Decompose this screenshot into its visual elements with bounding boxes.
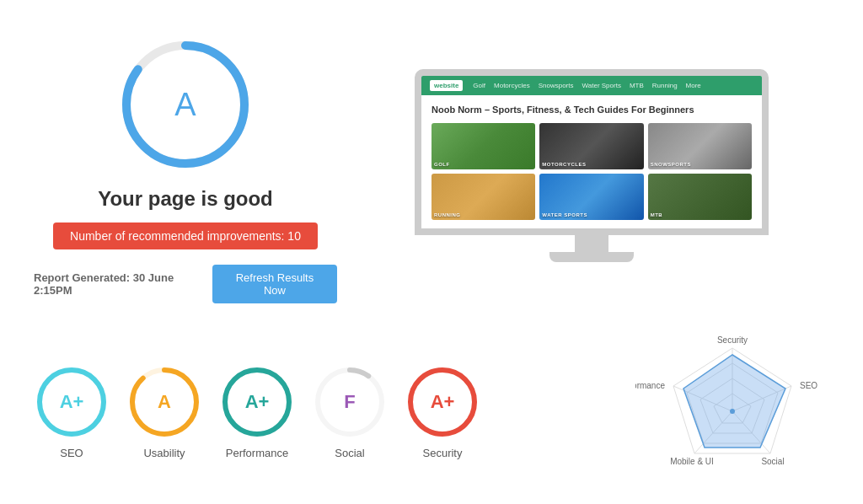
tile-golf: GOLF	[432, 123, 535, 169]
bottom-panel: A+ SEO A Usability A+	[0, 323, 863, 504]
site-title: Noob Norm – Sports, Fitness, & Tech Guid…	[432, 104, 752, 115]
refresh-button[interactable]: Refresh Results Now	[212, 265, 337, 303]
metric-usability: A Usability	[126, 364, 202, 459]
tile-mtb: MTB	[648, 174, 752, 220]
seo-grade: A+	[60, 391, 84, 413]
radar-chart: Security SEO Social Mobile & UI Performa…	[635, 331, 829, 491]
main-grade-letter: A	[174, 86, 196, 122]
metric-circles: A+ SEO A Usability A+	[34, 364, 635, 459]
tile-label-motorcycles: MOTORCYCLES	[542, 162, 586, 167]
image-grid: GOLF MOTORCYCLES SNOWSPORTS RUNNING WATE	[432, 123, 752, 220]
social-label: Social	[335, 447, 364, 459]
metric-social: F Social	[312, 364, 388, 459]
security-label: Security	[423, 447, 463, 459]
nav-logo: website	[430, 80, 463, 91]
nav-links: Golf Motorcycles Snowsports Water Sports…	[473, 82, 700, 89]
nav-link-mtb: MTB	[630, 82, 644, 89]
improvements-badge: Number of recommended improvements: 10	[53, 223, 318, 249]
nav-link-watersports: Water Sports	[582, 82, 621, 89]
usability-grade: A	[158, 391, 171, 413]
metric-performance: A+ Performance	[219, 364, 295, 459]
main-grade-circle: A	[118, 37, 253, 172]
security-circle: A+	[405, 364, 480, 440]
monitor-wrapper: website Golf Motorcycles Snowsports Wate…	[415, 69, 769, 261]
left-panel: A Your page is good Number of recommende…	[34, 17, 337, 314]
social-grade: F	[344, 391, 355, 413]
monitor-screen: website Golf Motorcycles Snowsports Wate…	[415, 69, 769, 234]
nav-link-motorcycles: Motorcycles	[494, 82, 530, 89]
tile-label-running: RUNNING	[434, 212, 461, 217]
tile-label-snowsports: SNOWSPORTS	[651, 162, 691, 167]
svg-marker-21	[683, 355, 785, 448]
seo-label: SEO	[60, 447, 83, 459]
svg-text:Mobile & UI: Mobile & UI	[670, 457, 714, 466]
security-grade: A+	[431, 391, 455, 413]
monitor-body: Noob Norm – Sports, Fitness, & Tech Guid…	[421, 95, 762, 228]
page-status-text: Your page is good	[98, 187, 273, 211]
right-panel: website Golf Motorcycles Snowsports Wate…	[354, 17, 829, 314]
monitor-nav: website Golf Motorcycles Snowsports Wate…	[421, 76, 762, 95]
performance-circle: A+	[219, 364, 295, 440]
metric-seo: A+ SEO	[34, 364, 110, 459]
monitor-base	[549, 252, 634, 262]
svg-text:SEO: SEO	[800, 381, 817, 390]
svg-text:Performance: Performance	[635, 381, 665, 390]
performance-grade: A+	[245, 391, 270, 413]
svg-text:Security: Security	[717, 335, 748, 345]
tile-label-watersports: WATER SPORTS	[542, 212, 587, 217]
social-circle: F	[312, 364, 388, 440]
usability-label: Usability	[143, 447, 185, 459]
tile-motorcycles: MOTORCYCLES	[539, 123, 643, 169]
tile-running: RUNNING	[432, 174, 535, 220]
nav-link-more: More	[686, 82, 701, 89]
nav-link-running: Running	[652, 82, 678, 89]
seo-circle: A+	[34, 364, 110, 440]
nav-link-golf: Golf	[473, 82, 485, 89]
nav-link-snowsports: Snowsports	[539, 82, 574, 89]
tile-label-golf: GOLF	[434, 162, 450, 167]
svg-text:Social: Social	[761, 457, 784, 466]
monitor-stand	[575, 235, 608, 252]
tile-label-mtb: MTB	[651, 212, 663, 217]
report-row: Report Generated: 30 June 2:15PM Refresh…	[34, 265, 337, 303]
performance-label: Performance	[226, 447, 288, 459]
metric-security: A+ Security	[405, 364, 480, 459]
tile-snowsports: SNOWSPORTS	[648, 123, 752, 169]
svg-point-22	[730, 409, 735, 414]
tile-watersports: WATER SPORTS	[539, 174, 643, 220]
report-generated-text: Report Generated: 30 June 2:15PM	[34, 271, 201, 297]
usability-circle: A	[126, 364, 202, 440]
